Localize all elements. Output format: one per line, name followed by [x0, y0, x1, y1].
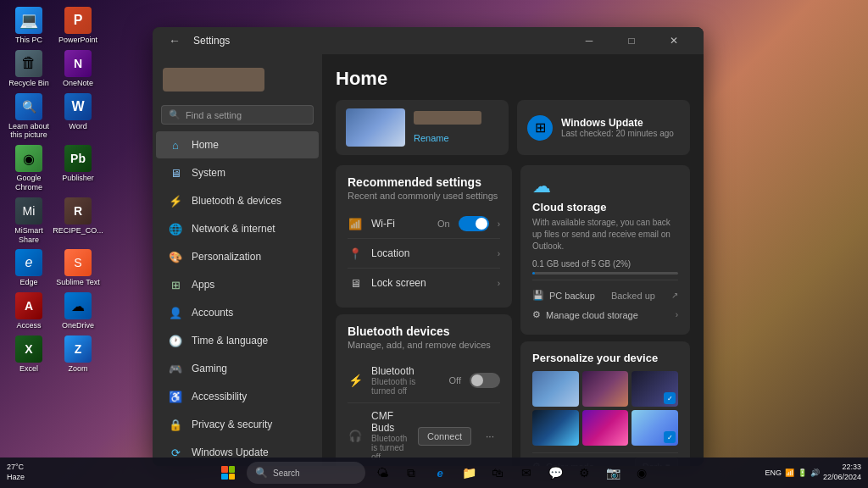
theme-thumb-1[interactable]	[532, 371, 579, 407]
start-button[interactable]	[214, 461, 242, 485]
chrome-label: Google Chrome	[7, 174, 51, 192]
desktop-icon-recipe[interactable]: R RECIPE_CO...	[56, 197, 100, 245]
taskbar-time: 22:33 22/06/2024	[823, 463, 861, 482]
connect-button[interactable]: Connect	[418, 427, 471, 446]
wifi-toggle[interactable]	[459, 216, 489, 231]
pc-backup-row[interactable]: 💾 PC backup Backed up ↗	[532, 286, 678, 305]
taskbar-icon-chrome2[interactable]: ◉	[630, 461, 654, 485]
taskbar-icon-widgets[interactable]: 🌤	[370, 461, 394, 485]
sidebar-item-system[interactable]: 🖥 System	[156, 159, 319, 186]
col-left: Recommended settings Recent and commonly…	[336, 165, 512, 466]
sidebar-item-accessibility[interactable]: ♿ Accessibility	[156, 383, 319, 410]
publisher-label: Publisher	[62, 174, 94, 183]
sidebar-item-bluetooth[interactable]: ⚡ Bluetooth & devices	[156, 187, 319, 214]
sidebar-item-network[interactable]: 🌐 Network & internet	[156, 215, 319, 242]
minimize-button[interactable]: ─	[570, 27, 609, 54]
desktop-icon-learn[interactable]: 🔍 Learn about this picture	[7, 93, 51, 141]
header-cards: Rename ⊞ Windows Update Last checked: 20…	[336, 100, 690, 155]
more-options-button[interactable]: ···	[480, 426, 500, 446]
window-controls: ─ □ ✕	[570, 27, 693, 54]
bluetooth-toggle-row[interactable]: ⚡ Bluetooth Bluetooth is turned off Off	[348, 358, 500, 403]
mismartshare-icon: Mi	[15, 197, 42, 225]
taskbar-icon-edge[interactable]: e	[428, 461, 452, 485]
temperature: 27°C	[7, 463, 25, 473]
maximize-button[interactable]: □	[612, 27, 651, 54]
search-icon: 🔍	[169, 109, 181, 120]
device-thumb-img	[346, 108, 405, 147]
taskbar-icon-settings[interactable]: ⚙	[572, 461, 596, 485]
desktop-icon-thispc[interactable]: 💻 This PC	[7, 7, 51, 45]
desktop-icons-container: 💻 This PC P PowerPoint 🗑 Recycle Bin N O…	[7, 7, 100, 374]
desktop-icon-sublime[interactable]: S Sublime Text	[56, 249, 100, 287]
sidebar-item-apps[interactable]: ⊞ Apps	[156, 271, 319, 298]
wifi-icon: 📶	[348, 216, 363, 231]
storage-bar	[532, 272, 678, 274]
desktop-icon-publisher[interactable]: Pb Publisher	[56, 145, 100, 192]
sidebar-item-personalization[interactable]: 🎨 Personalization	[156, 243, 319, 270]
learn-icon: 🔍	[15, 93, 42, 120]
settings-window: ← Settings ─ □ ✕ 🔍 Find a setting	[153, 27, 704, 466]
desktop-icon-word[interactable]: W Word	[56, 93, 100, 141]
taskbar-right: ENG 📶 🔋 🔊 22:33 22/06/2024	[765, 463, 861, 482]
pc-backup-value: Backed up	[611, 291, 655, 301]
theme-thumb-3[interactable]: ✓	[632, 371, 678, 407]
sidebar-item-privacy[interactable]: 🔒 Privacy & security	[156, 411, 319, 438]
theme-thumb-5[interactable]	[582, 410, 629, 446]
desktop-icon-edge[interactable]: e Edge	[7, 249, 51, 287]
desktop-icon-access[interactable]: A Access	[7, 292, 51, 330]
desktop-icon-powerpoint[interactable]: P PowerPoint	[56, 7, 100, 45]
taskbar-icon-mail[interactable]: ✉	[515, 461, 538, 485]
theme-badge-6: ✓	[664, 431, 676, 443]
taskbar-search[interactable]: 🔍 Search	[247, 462, 365, 484]
desktop-icon-zoom[interactable]: Z Zoom	[56, 336, 100, 374]
taskbar-icon-taskview[interactable]: ⧉	[399, 461, 423, 485]
taskbar-icon-photos[interactable]: 📷	[601, 461, 625, 485]
taskbar-icon-explorer[interactable]: 📁	[457, 461, 481, 485]
taskbar-center: 🔍 Search 🌤 ⧉ e 📁 🛍 ✉ 💬 ⚙ 📷 ◉	[214, 461, 654, 485]
wifi-label: Wi-Fi	[371, 218, 429, 230]
update-card[interactable]: ⊞ Windows Update Last checked: 20 minute…	[517, 100, 690, 155]
theme-thumb-2[interactable]	[582, 371, 629, 407]
desktop-icon-onedrive[interactable]: ☁ OneDrive	[56, 292, 100, 330]
device-thumbnail	[346, 108, 405, 147]
pc-backup-icon: 💾	[532, 290, 544, 301]
bluetooth-toggle[interactable]	[470, 373, 500, 388]
access-label: Access	[16, 321, 41, 330]
rename-link[interactable]: Rename	[414, 133, 449, 143]
sidebar-search-box[interactable]: 🔍 Find a setting	[161, 105, 314, 125]
time-display: 22:33	[823, 463, 861, 473]
col-right: ☁ Cloud storage With available storage, …	[520, 165, 690, 466]
taskbar-volume-icon: 🔊	[810, 469, 820, 477]
publisher-icon: Pb	[64, 145, 92, 172]
taskbar-battery-icon: 🔋	[798, 469, 807, 477]
bluetooth-row-icon: ⚡	[348, 373, 363, 388]
desktop-icon-onenote[interactable]: N OneNote	[56, 50, 100, 88]
edge-label: Edge	[19, 278, 37, 287]
lockscreen-row[interactable]: 🖥 Lock screen ›	[348, 269, 500, 297]
taskbar: 27°C Haze 🔍 Search 🌤 ⧉ e 📁 🛍	[0, 458, 868, 488]
close-button[interactable]: ✕	[654, 27, 693, 54]
cmf-buds-info: CMF Buds Bluetooth is turned off	[371, 410, 409, 462]
sidebar-item-home[interactable]: ⌂ Home	[156, 131, 319, 158]
cmf-buds-row: 🎧 CMF Buds Bluetooth is turned off Conne…	[348, 403, 500, 466]
desktop-icon-excel[interactable]: X Excel	[7, 336, 51, 374]
wifi-value: On	[437, 219, 450, 229]
accessibility-label: Accessibility	[192, 391, 247, 402]
desktop-icon-chrome[interactable]: ◉ Google Chrome	[7, 145, 51, 192]
wifi-row[interactable]: 📶 Wi-Fi On ›	[348, 209, 500, 239]
theme-thumb-6[interactable]: ✓	[632, 410, 678, 446]
desktop-icon-mismartshare[interactable]: Mi MiSmart Share	[7, 197, 51, 245]
theme-thumb-4[interactable]	[532, 410, 579, 446]
manage-cloud-row[interactable]: ⚙ Manage cloud storage ›	[532, 305, 678, 324]
location-row[interactable]: 📍 Location ›	[348, 239, 500, 269]
sidebar-item-accounts[interactable]: 👤 Accounts	[156, 299, 319, 326]
desktop-icon-recycle[interactable]: 🗑 Recycle Bin	[7, 50, 51, 88]
taskbar-icon-store[interactable]: 🛍	[486, 461, 509, 485]
theme-grid: ✓ ✓	[532, 371, 678, 446]
taskbar-icon-whatsapp[interactable]: 💬	[543, 461, 567, 485]
back-button[interactable]: ←	[163, 29, 186, 53]
onedrive-label: OneDrive	[62, 321, 94, 330]
sidebar-item-gaming[interactable]: 🎮 Gaming	[156, 355, 319, 382]
location-label: Location	[371, 247, 489, 259]
sidebar-item-time[interactable]: 🕐 Time & language	[156, 327, 319, 354]
